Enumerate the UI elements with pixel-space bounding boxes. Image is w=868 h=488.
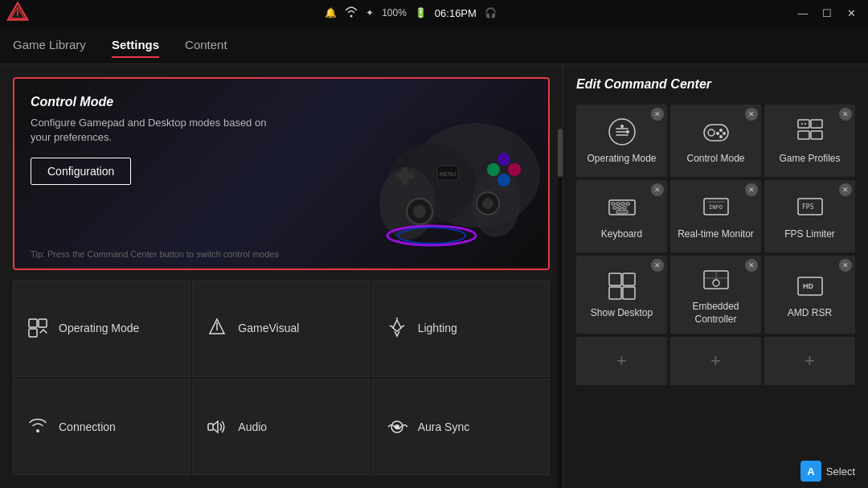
nav-game-library[interactable]: Game Library	[13, 35, 86, 55]
select-hint: A Select	[800, 461, 855, 482]
operating-mode-icon	[27, 317, 49, 339]
close-keyboard[interactable]: ✕	[651, 183, 664, 196]
keyboard-cmd-icon	[606, 191, 638, 223]
titlebar-controls[interactable]: — ☐ ✕	[792, 4, 862, 22]
realtime-monitor-cmd-icon: INFO	[700, 191, 732, 223]
close-button[interactable]: ✕	[841, 4, 862, 22]
titlebar-left	[6, 2, 29, 24]
settings-cell-aura-sync[interactable]: Aura Sync	[372, 379, 550, 476]
hero-title: Control Mode	[31, 95, 288, 109]
svg-point-38	[719, 129, 723, 132]
command-show-desktop[interactable]: ✕ Show Desktop	[576, 256, 667, 334]
close-control-mode[interactable]: ✕	[745, 108, 758, 121]
select-hint-text: Select	[826, 465, 855, 478]
operating-mode-cmd-icon	[606, 116, 638, 148]
close-game-profiles[interactable]: ✕	[839, 108, 852, 121]
battery-icon: 🔋	[415, 7, 427, 18]
command-embedded-controller[interactable]: ✕ Embedded Controller	[670, 256, 761, 334]
add-command-1[interactable]: +	[576, 337, 667, 385]
svg-rect-52	[626, 203, 629, 205]
command-realtime-monitor[interactable]: ✕ INFO Real-time Monitor	[670, 180, 761, 252]
notification-icon: 🔔	[325, 7, 337, 18]
settings-cell-connection[interactable]: Connection	[13, 379, 190, 476]
svg-text:FPS: FPS	[802, 203, 814, 211]
operating-mode-cmd-label: Operating Mode	[587, 153, 656, 166]
svg-rect-24	[29, 329, 37, 337]
audio-icon	[206, 416, 228, 438]
fps-limiter-cmd-label: FPS Limiter	[784, 228, 835, 241]
lighting-label: Lighting	[418, 322, 457, 334]
command-control-mode[interactable]: ✕ Control Mode	[670, 105, 761, 177]
settings-cell-lighting[interactable]: Lighting	[372, 280, 550, 377]
aura-sync-label: Aura Sync	[418, 420, 470, 433]
svg-text:INFO: INFO	[709, 204, 723, 211]
close-realtime-monitor[interactable]: ✕	[745, 183, 758, 196]
command-fps-limiter[interactable]: ✕ FPS FPS Limiter	[764, 180, 855, 252]
minimize-button[interactable]: —	[792, 4, 813, 22]
svg-point-39	[723, 132, 726, 135]
svg-point-9	[487, 163, 500, 176]
command-operating-mode[interactable]: ✕ Operating Mode	[576, 105, 667, 177]
svg-point-40	[719, 135, 723, 138]
scrollbar-thumb[interactable]	[558, 129, 563, 177]
close-amd-rsr[interactable]: ✕	[839, 259, 852, 272]
connection-label: Connection	[59, 420, 116, 433]
svg-line-27	[390, 326, 393, 327]
command-keyboard[interactable]: ✕ Keyboard	[576, 180, 667, 252]
nav-settings[interactable]: Settings	[112, 35, 159, 55]
svg-point-17	[482, 198, 493, 209]
lighting-icon	[386, 317, 408, 339]
svg-rect-50	[616, 203, 620, 205]
svg-rect-42	[798, 120, 809, 128]
wifi-icon	[345, 6, 358, 20]
configuration-button[interactable]: Configuration	[31, 158, 131, 185]
svg-point-41	[716, 132, 719, 135]
svg-rect-63	[623, 273, 635, 285]
titlebar-status: 🔔 ✦ 100% 🔋 06:16PM 🎧	[325, 6, 497, 20]
settings-cell-gamevisual[interactable]: GameVisual	[192, 280, 370, 377]
command-game-profiles[interactable]: ✕ Game Profiles	[764, 105, 855, 177]
svg-rect-43	[811, 120, 822, 128]
bluetooth-icon: ✦	[366, 7, 374, 18]
svg-point-35	[626, 130, 629, 133]
close-embedded-controller[interactable]: ✕	[745, 259, 758, 272]
nav-content[interactable]: Content	[185, 35, 227, 55]
svg-rect-19	[396, 173, 414, 179]
battery-percent: 100%	[382, 7, 407, 18]
hero-content: Control Mode Configure Gamepad and Deskt…	[31, 95, 288, 185]
svg-rect-54	[618, 207, 621, 209]
svg-rect-51	[621, 203, 624, 205]
svg-rect-22	[29, 319, 37, 327]
amd-rsr-cmd-icon: HD	[794, 270, 826, 302]
settings-cell-audio[interactable]: Audio	[192, 379, 370, 476]
close-fps-limiter[interactable]: ✕	[839, 183, 852, 196]
svg-rect-56	[616, 211, 628, 213]
settings-cell-operating-mode[interactable]: Operating Mode	[13, 280, 190, 377]
control-mode-cmd-label: Control Mode	[686, 153, 744, 166]
embedded-controller-cmd-icon	[700, 264, 732, 296]
maximize-button[interactable]: ☐	[817, 4, 837, 22]
game-profiles-cmd-label: Game Profiles	[779, 153, 840, 166]
embedded-controller-cmd-label: Embedded Controller	[675, 301, 756, 326]
svg-line-28	[401, 326, 404, 327]
hero-tip: Tip: Press the Command Center button to …	[31, 249, 279, 259]
gamevisual-label: GameVisual	[238, 322, 299, 334]
add-command-2[interactable]: +	[670, 337, 761, 385]
gamevisual-icon	[206, 317, 228, 339]
command-amd-rsr[interactable]: ✕ HD AMD RSR	[764, 256, 855, 334]
app-logo	[6, 2, 29, 24]
svg-rect-23	[39, 319, 47, 327]
svg-rect-44	[798, 131, 809, 139]
audio-label: Audio	[238, 420, 267, 433]
close-operating-mode[interactable]: ✕	[651, 108, 664, 121]
close-show-desktop[interactable]: ✕	[651, 259, 664, 272]
show-desktop-cmd-label: Show Desktop	[591, 307, 653, 320]
svg-point-68	[713, 280, 719, 286]
svg-rect-45	[811, 131, 822, 139]
svg-point-7	[497, 153, 510, 166]
panel-title: Edit Command Center	[576, 77, 855, 92]
hero-card: MENU Control Mode Configure Gamepad and …	[13, 77, 550, 270]
add-command-3[interactable]: +	[764, 337, 855, 385]
headphone-icon: 🎧	[485, 7, 497, 18]
navbar: Game Library Settings Content	[0, 26, 868, 64]
